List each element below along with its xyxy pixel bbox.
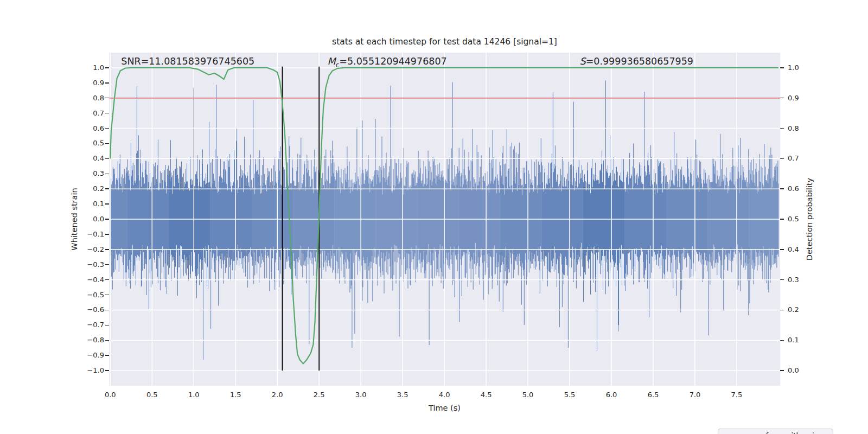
x-tick-label: 7.0 xyxy=(690,391,701,399)
annotation-mc: Mc=5.055120944976807 xyxy=(328,56,447,69)
y-tick-mark-right xyxy=(780,340,784,341)
y-tick-mark-left xyxy=(105,340,109,341)
y-tick-mark-left xyxy=(105,325,109,326)
y-tick-label-left: 0.1 xyxy=(72,200,104,208)
y-tick-mark-left xyxy=(105,370,109,371)
y-tick-mark-left xyxy=(105,279,109,280)
y-tick-label-left: 0.3 xyxy=(72,169,104,177)
chart-title: stats at each timestep for test data 142… xyxy=(109,37,780,47)
y-tick-label-left: 0.9 xyxy=(72,79,104,87)
x-tick-label: 6.5 xyxy=(648,391,659,399)
x-tick-label: 5.5 xyxy=(564,391,576,399)
x-tick-label: 1.0 xyxy=(188,391,200,399)
legend-label: waveform with noise xyxy=(746,431,822,434)
x-tick-label: 3.5 xyxy=(397,391,409,399)
y-tick-label-left: 0.0 xyxy=(72,215,104,223)
annotation-snr: SNR=11.081583976745605 xyxy=(121,56,254,67)
y-tick-label-left: −0.3 xyxy=(72,260,104,269)
y-tick-mark-left xyxy=(105,143,109,144)
x-tick-label: 2.5 xyxy=(314,391,325,399)
x-tick-label: 4.0 xyxy=(439,391,450,399)
y-tick-mark-left xyxy=(105,82,109,83)
y-tick-label-left: 0.5 xyxy=(72,139,104,147)
y-tick-label-right: 0.7 xyxy=(788,154,799,162)
y-tick-mark-left xyxy=(105,67,109,68)
y-tick-mark-left xyxy=(105,98,109,98)
y-tick-mark-left xyxy=(105,234,109,234)
plot-svg xyxy=(109,53,780,386)
y-tick-label-right: 0.0 xyxy=(788,366,799,374)
y-tick-label-left: −0.8 xyxy=(72,336,104,344)
y-axis-label-right: Detection probability xyxy=(805,176,814,263)
x-axis-label: Time (s) xyxy=(109,404,780,412)
plot-area: SNR=11.081583976745605Mc=5.0551209449768… xyxy=(109,53,780,386)
y-tick-mark-left xyxy=(105,310,109,310)
y-tick-label-left: −0.2 xyxy=(72,245,104,253)
y-tick-label-right: 0.1 xyxy=(788,336,799,344)
y-tick-mark-left xyxy=(105,295,109,295)
y-tick-label-left: −0.4 xyxy=(72,276,104,284)
x-tick-label: 3.0 xyxy=(355,391,367,399)
y-tick-mark-right xyxy=(780,128,784,129)
y-tick-label-left: −0.7 xyxy=(72,321,104,329)
x-tick-label: 5.0 xyxy=(522,391,534,399)
x-tick-label: 0.5 xyxy=(146,391,158,399)
y-tick-label-right: 0.5 xyxy=(788,215,799,223)
legend: waveform with noise xyxy=(718,429,833,434)
y-tick-mark-right xyxy=(780,98,784,98)
y-tick-label-right: 0.2 xyxy=(788,305,799,314)
y-tick-mark-left xyxy=(105,128,109,129)
y-tick-label-left: −0.1 xyxy=(72,230,104,238)
y-tick-label-left: −0.6 xyxy=(72,305,104,314)
y-tick-label-left: 0.8 xyxy=(72,94,104,102)
figure-canvas: stats at each timestep for test data 142… xyxy=(0,0,868,434)
x-tick-label: 1.5 xyxy=(230,391,241,399)
y-tick-mark-right xyxy=(780,67,784,68)
x-tick-label: 4.5 xyxy=(481,391,492,399)
y-tick-mark-right xyxy=(780,249,784,250)
y-tick-label-right: 0.3 xyxy=(788,276,799,284)
y-tick-mark-left xyxy=(105,188,109,189)
y-tick-label-left: 1.0 xyxy=(72,63,104,72)
y-tick-label-left: −1.0 xyxy=(72,366,104,374)
y-tick-label-right: 0.6 xyxy=(788,184,799,193)
y-tick-label-left: 0.2 xyxy=(72,184,104,193)
x-tick-label: 7.5 xyxy=(731,391,743,399)
y-tick-label-left: 0.4 xyxy=(72,154,104,162)
y-tick-mark-right xyxy=(780,219,784,219)
y-tick-label-left: −0.9 xyxy=(72,351,104,359)
x-tick-label: 2.0 xyxy=(272,391,283,399)
y-tick-mark-left xyxy=(105,158,109,159)
y-tick-mark-left xyxy=(105,219,109,219)
y-tick-mark-left xyxy=(105,174,109,174)
y-tick-mark-right xyxy=(780,158,784,159)
y-tick-label-left: −0.5 xyxy=(72,291,104,299)
y-tick-label-left: 0.6 xyxy=(72,124,104,132)
y-tick-mark-right xyxy=(780,370,784,371)
y-tick-mark-left xyxy=(105,264,109,265)
y-tick-label-right: 0.9 xyxy=(788,94,799,102)
y-tick-label-right: 0.8 xyxy=(788,124,799,132)
y-tick-mark-left xyxy=(105,355,109,355)
y-tick-label-right: 0.4 xyxy=(788,245,799,253)
y-tick-label-right: 1.0 xyxy=(788,63,799,72)
y-tick-mark-left xyxy=(105,249,109,250)
y-tick-mark-left xyxy=(105,113,109,113)
y-tick-mark-left xyxy=(105,203,109,204)
x-tick-label: 0.0 xyxy=(105,391,116,399)
y-tick-mark-right xyxy=(780,279,784,280)
y-tick-label-left: 0.7 xyxy=(72,109,104,117)
annotation-s: S=0.999936580657959 xyxy=(580,56,693,67)
y-tick-mark-right xyxy=(780,188,784,189)
y-tick-mark-right xyxy=(780,310,784,310)
x-tick-label: 6.0 xyxy=(606,391,617,399)
